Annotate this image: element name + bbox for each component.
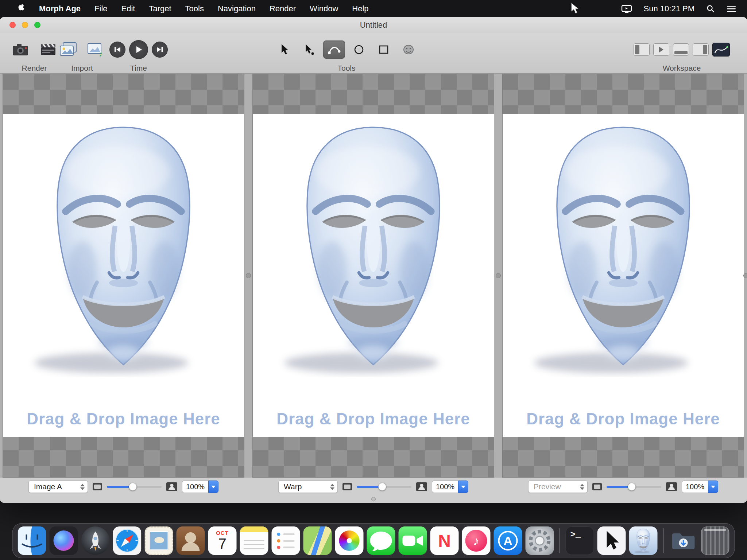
cursor-point-tool-icon — [303, 43, 315, 56]
import-images-button[interactable] — [57, 40, 79, 59]
dock-messages[interactable] — [367, 526, 395, 555]
image-a-mode-popup[interactable]: Image A — [28, 481, 88, 493]
layout-play-icon — [659, 47, 663, 52]
menu-navigation[interactable]: Navigation — [211, 0, 263, 17]
dock-cursor-app[interactable] — [597, 526, 626, 555]
layout-left-pane-icon — [635, 45, 639, 54]
dock-terminal[interactable]: >_ — [566, 526, 594, 555]
chevron-down-icon — [211, 486, 216, 488]
menu-help[interactable]: Help — [345, 0, 375, 17]
search-icon[interactable] — [706, 4, 715, 13]
dock-morph-age[interactable] — [629, 526, 658, 555]
siri-orb-icon — [54, 530, 74, 551]
face-tool-icon — [402, 44, 415, 55]
workspace-curves-button[interactable] — [712, 43, 730, 57]
menu-tools[interactable]: Tools — [178, 0, 211, 17]
preview-zoom-dropdown-button[interactable] — [708, 481, 718, 493]
image-a-zoom-control[interactable]: 100% — [182, 481, 218, 493]
cursor-tool-icon — [279, 43, 290, 56]
image-small-icon — [93, 483, 102, 490]
display-icon[interactable] — [621, 4, 632, 13]
warp-zoom-control[interactable]: 100% — [432, 481, 468, 493]
dock-mail[interactable] — [145, 526, 173, 555]
close-button[interactable] — [9, 22, 16, 28]
menu-render[interactable]: Render — [263, 0, 303, 17]
downloads-folder-icon — [669, 526, 698, 555]
dock-notes[interactable] — [240, 526, 268, 555]
workspace-layout4-button[interactable] — [693, 43, 709, 56]
skip-to-start-button[interactable] — [109, 42, 125, 58]
dock-maps[interactable] — [303, 526, 332, 555]
notes-lines-icon — [244, 537, 264, 551]
image-a-zoom-dropdown-button[interactable] — [208, 481, 218, 493]
workspace-layout2-button[interactable] — [653, 43, 669, 56]
curve-graph-icon — [713, 44, 729, 55]
menu-window[interactable]: Window — [303, 0, 345, 17]
preview-zoom-control[interactable]: 100% — [682, 481, 718, 493]
menu-target[interactable]: Target — [142, 0, 178, 17]
warp-zoom-dropdown-button[interactable] — [458, 481, 468, 493]
dock-finder[interactable] — [18, 526, 46, 555]
play-button[interactable] — [129, 40, 148, 59]
trash-rim-icon — [704, 529, 726, 531]
dock-downloads[interactable] — [669, 526, 698, 555]
render-group-label: Render — [22, 64, 47, 73]
menu-file[interactable]: File — [88, 0, 114, 17]
menu-edit[interactable]: Edit — [115, 0, 142, 17]
zoom-window-button[interactable] — [34, 22, 40, 28]
preview-mode-popup[interactable]: Preview — [528, 481, 588, 493]
point-select-tool-button[interactable] — [298, 40, 320, 59]
workspace-layout1-button[interactable] — [634, 43, 650, 56]
image-a-opacity-slider[interactable] — [107, 486, 162, 488]
image-a-canvas[interactable]: Drag & Drop Image Here — [3, 114, 244, 437]
speech-bubble-icon — [367, 526, 395, 555]
app-store-a-icon: A — [498, 531, 518, 551]
apple-menu[interactable] — [11, 0, 32, 17]
portrait-icon — [416, 482, 427, 491]
dock-safari[interactable] — [113, 526, 142, 555]
resize-dimple[interactable] — [371, 497, 376, 501]
preview-canvas[interactable]: Drag & Drop Image Here — [503, 114, 744, 437]
rectangle-tool-button[interactable] — [373, 40, 395, 59]
warp-canvas[interactable]: Drag & Drop Image Here — [253, 114, 494, 437]
chevron-down-icon — [711, 486, 715, 488]
minimize-button[interactable] — [22, 22, 28, 28]
notification-center-icon[interactable] — [727, 5, 736, 12]
dock-system-preferences[interactable] — [526, 526, 554, 555]
render-movie-button[interactable] — [9, 40, 31, 59]
splitter-handle-1[interactable] — [246, 273, 251, 278]
skip-to-end-button[interactable] — [152, 42, 168, 58]
splitter-handle-2[interactable] — [496, 273, 501, 278]
ellipse-tool-button[interactable] — [348, 40, 370, 59]
dock-music[interactable]: ♪ — [462, 526, 491, 555]
stamp-bird-icon — [155, 537, 164, 543]
title-bar[interactable]: Untitled — [0, 17, 747, 33]
menu-app-name[interactable]: Morph Age — [32, 4, 88, 13]
dock-siri[interactable] — [50, 526, 78, 555]
select-tool-button[interactable] — [274, 40, 295, 59]
curve-tool-button[interactable] — [323, 40, 345, 59]
portrait-icon — [166, 482, 177, 491]
workspace-layout3-button[interactable] — [673, 43, 689, 56]
dock-photos[interactable] — [335, 526, 364, 555]
import-media-button[interactable]: ♪ — [85, 40, 107, 59]
dock-reminders[interactable] — [272, 526, 300, 555]
dock-facetime[interactable] — [399, 526, 427, 555]
dock-trash[interactable] — [701, 526, 729, 555]
dock-calendar[interactable]: OCT 7 — [208, 526, 237, 555]
panel-preview: Drag & Drop Image Here — [502, 74, 744, 478]
terminal-prompt-icon: >_ — [570, 530, 581, 540]
workspace-group: Workspace — [634, 36, 730, 73]
dock-launchpad[interactable] — [81, 526, 110, 555]
dock-contacts[interactable] — [177, 526, 205, 555]
menubar-clock[interactable]: Sun 10:21 PM — [644, 4, 694, 13]
face-tool-button[interactable] — [398, 40, 419, 59]
splitter-handle-right[interactable] — [743, 273, 747, 278]
popup-chevrons-icon — [76, 484, 85, 490]
dock-app-store[interactable]: A — [494, 526, 522, 555]
render-clip-button[interactable] — [37, 40, 59, 59]
dock-news[interactable]: N — [430, 526, 459, 555]
warp-mode-popup[interactable]: Warp — [278, 481, 338, 493]
preview-opacity-slider[interactable] — [607, 486, 661, 488]
warp-opacity-slider[interactable] — [357, 486, 411, 488]
